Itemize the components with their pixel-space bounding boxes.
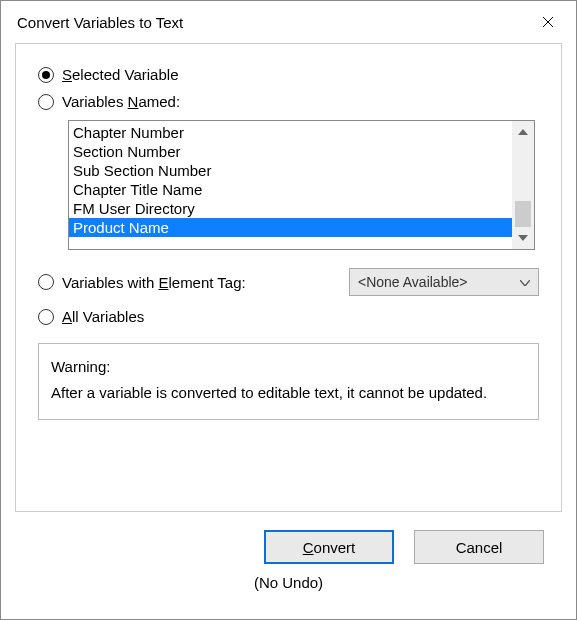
close-button[interactable] <box>530 7 566 37</box>
dropdown-value: <None Available> <box>358 274 468 290</box>
option-variables-named[interactable]: Variables Named: <box>38 93 539 110</box>
cancel-button[interactable]: Cancel <box>414 530 544 564</box>
warning-box: Warning: After a variable is converted t… <box>38 343 539 420</box>
options-panel: Selected Variable Variables Named: Chapt… <box>15 43 562 512</box>
close-icon <box>542 16 554 28</box>
option-label: Variables Named: <box>62 93 180 110</box>
button-label: Convert <box>303 539 356 556</box>
listbox-items[interactable]: Chapter NumberSection NumberSub Section … <box>69 121 512 249</box>
warning-body: After a variable is converted to editabl… <box>51 380 526 406</box>
radio-icon <box>38 94 54 110</box>
chevron-down-icon <box>520 276 530 288</box>
variables-listbox[interactable]: Chapter NumberSection NumberSub Section … <box>68 120 535 250</box>
option-label: Variables with Element Tag: <box>62 274 246 291</box>
option-all-variables[interactable]: All Variables <box>38 308 539 325</box>
radio-icon <box>38 309 54 325</box>
convert-button[interactable]: Convert <box>264 530 394 564</box>
list-item[interactable]: Chapter Title Name <box>69 180 512 199</box>
option-element-tag[interactable]: Variables with Element Tag: <box>38 274 246 291</box>
option-element-tag-row: Variables with Element Tag: <None Availa… <box>38 268 539 296</box>
button-row: Convert Cancel <box>15 512 562 570</box>
scroll-down-icon[interactable] <box>514 229 532 247</box>
scroll-thumb[interactable] <box>515 201 531 227</box>
window-title: Convert Variables to Text <box>17 14 183 31</box>
scroll-track[interactable] <box>512 141 534 229</box>
option-selected-variable[interactable]: Selected Variable <box>38 66 539 83</box>
scroll-up-icon[interactable] <box>514 123 532 141</box>
no-undo-label: (No Undo) <box>15 570 562 605</box>
scrollbar[interactable] <box>512 121 534 249</box>
titlebar: Convert Variables to Text <box>1 1 576 43</box>
radio-icon <box>38 274 54 290</box>
warning-heading: Warning: <box>51 354 526 380</box>
button-label: Cancel <box>456 539 503 556</box>
list-item[interactable]: Product Name <box>69 218 512 237</box>
list-item[interactable]: Chapter Number <box>69 123 512 142</box>
radio-icon <box>38 67 54 83</box>
element-tag-dropdown[interactable]: <None Available> <box>349 268 539 296</box>
dialog-content: Selected Variable Variables Named: Chapt… <box>1 43 576 619</box>
list-item[interactable]: Sub Section Number <box>69 161 512 180</box>
option-label: Selected Variable <box>62 66 178 83</box>
option-label: All Variables <box>62 308 144 325</box>
list-item[interactable]: FM User Directory <box>69 199 512 218</box>
list-item[interactable]: Section Number <box>69 142 512 161</box>
